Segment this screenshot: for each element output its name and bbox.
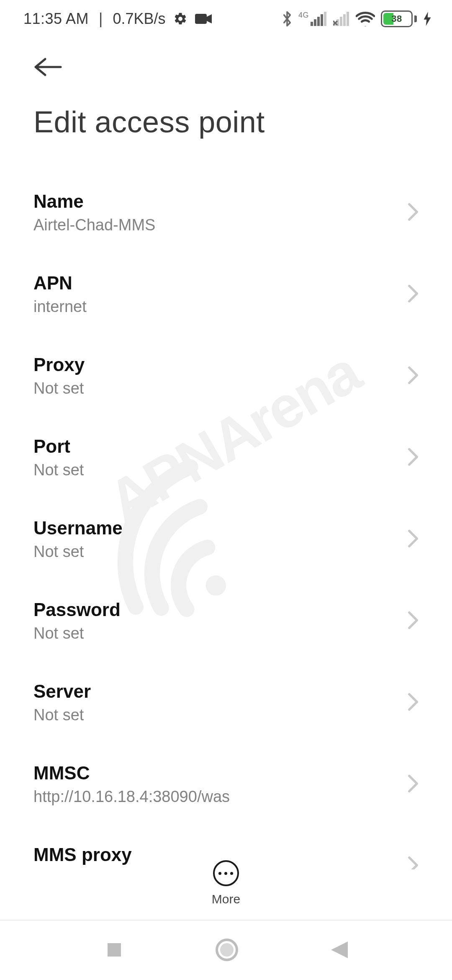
row-server[interactable]: Server Not set bbox=[33, 663, 419, 744]
row-value: Not set bbox=[33, 379, 85, 397]
status-time: 11:35 AM bbox=[23, 10, 89, 28]
row-value: Not set bbox=[33, 543, 123, 561]
svg-rect-0 bbox=[195, 14, 207, 24]
chevron-right-icon bbox=[408, 366, 419, 386]
svg-rect-5 bbox=[324, 12, 326, 26]
row-label: Password bbox=[33, 599, 121, 620]
svg-rect-10 bbox=[347, 12, 349, 26]
more-label: More bbox=[212, 892, 240, 906]
row-value: http://10.16.18.4:38090/was bbox=[33, 788, 230, 806]
row-username[interactable]: Username Not set bbox=[33, 499, 419, 581]
more-icon bbox=[213, 860, 239, 886]
chevron-right-icon bbox=[408, 448, 419, 468]
svg-rect-2 bbox=[314, 19, 316, 26]
row-label: MMSC bbox=[33, 763, 230, 784]
row-port[interactable]: Port Not set bbox=[33, 418, 419, 499]
svg-rect-4 bbox=[321, 14, 323, 26]
status-separator: | bbox=[99, 10, 103, 28]
chevron-right-icon bbox=[408, 611, 419, 631]
nav-home-button[interactable] bbox=[215, 938, 239, 963]
gear-icon bbox=[173, 12, 187, 26]
row-label: Username bbox=[33, 518, 123, 539]
row-label: APN bbox=[33, 273, 87, 294]
row-label: Proxy bbox=[33, 354, 85, 375]
header bbox=[0, 38, 452, 96]
row-value: Not set bbox=[33, 624, 121, 642]
bluetooth-icon bbox=[282, 10, 293, 27]
nav-separator bbox=[0, 920, 452, 921]
signal-sim1-icon bbox=[311, 12, 327, 26]
system-nav-bar bbox=[0, 921, 452, 980]
row-value: Not set bbox=[33, 706, 91, 724]
row-label: Port bbox=[33, 436, 84, 457]
svg-rect-8 bbox=[340, 17, 342, 26]
status-net-speed: 0.7KB/s bbox=[113, 10, 165, 28]
back-button[interactable] bbox=[33, 50, 67, 84]
list-fade bbox=[0, 819, 452, 836]
row-name[interactable]: Name Airtel-Chad-MMS bbox=[33, 173, 419, 254]
charging-icon bbox=[424, 12, 431, 26]
row-value: Airtel-Chad-MMS bbox=[33, 216, 155, 234]
chevron-right-icon bbox=[408, 774, 419, 794]
status-right: 4G 38 bbox=[282, 10, 431, 27]
nav-recents-button[interactable] bbox=[104, 940, 124, 962]
svg-rect-12 bbox=[108, 943, 121, 957]
network-type-label: 4G bbox=[298, 11, 309, 20]
settings-list: Name Airtel-Chad-MMS APN internet Proxy … bbox=[0, 173, 452, 869]
status-left: 11:35 AM | 0.7KB/s bbox=[23, 10, 212, 28]
row-value: Not set bbox=[33, 461, 84, 479]
battery-percent: 38 bbox=[382, 13, 411, 24]
more-button[interactable]: More bbox=[212, 860, 240, 906]
svg-rect-1 bbox=[311, 22, 313, 26]
chevron-right-icon bbox=[408, 284, 419, 304]
battery-indicator: 38 bbox=[381, 10, 417, 27]
signal-sim2-icon bbox=[333, 12, 350, 26]
camera-icon bbox=[195, 13, 212, 25]
chevron-right-icon bbox=[408, 529, 419, 549]
arrow-left-icon bbox=[33, 57, 63, 77]
row-proxy[interactable]: Proxy Not set bbox=[33, 336, 419, 418]
chevron-right-icon bbox=[408, 693, 419, 713]
row-value: internet bbox=[33, 298, 87, 316]
nav-back-button[interactable] bbox=[329, 940, 348, 962]
row-label: Name bbox=[33, 191, 155, 212]
page-title: Edit access point bbox=[0, 96, 452, 173]
svg-rect-3 bbox=[317, 17, 320, 26]
wifi-icon bbox=[356, 11, 375, 26]
chevron-right-icon bbox=[408, 203, 419, 223]
status-bar: 11:35 AM | 0.7KB/s 4G 38 bbox=[0, 0, 452, 38]
svg-rect-9 bbox=[343, 14, 346, 26]
svg-point-14 bbox=[220, 943, 234, 957]
row-apn[interactable]: APN internet bbox=[33, 254, 419, 336]
row-mmsc[interactable]: MMSC http://10.16.18.4:38090/was bbox=[33, 744, 419, 826]
row-label: Server bbox=[33, 681, 91, 702]
row-password[interactable]: Password Not set bbox=[33, 581, 419, 663]
